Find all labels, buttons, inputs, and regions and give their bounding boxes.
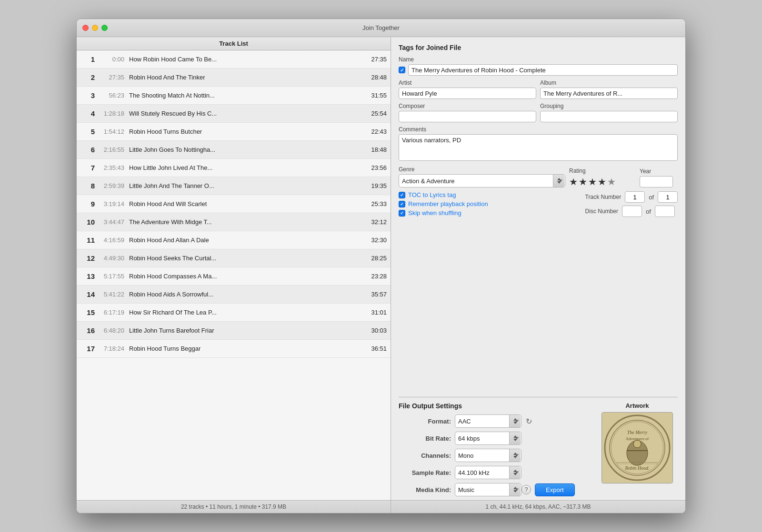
format-select[interactable]: AAC MP3 AIFF [455,414,521,428]
shuffle-checkbox-row[interactable]: Skip when shuffling [399,209,488,217]
track-start-time: 2:35:43 [95,164,129,171]
titlebar: Join Together [77,19,685,37]
album-input[interactable] [540,88,678,99]
bitrate-label: Bit Rate: [399,435,451,442]
track-row[interactable]: 10 3:44:47 The Adventure With Midge T...… [77,213,391,231]
star-1[interactable]: ★ [569,176,578,187]
year-group: Year [640,168,678,187]
track-start-time: 5:17:55 [95,273,129,280]
track-duration: 30:03 [364,327,387,334]
track-row[interactable]: 5 1:54:12 Robin Hood Turns Butcher 22:43 [77,123,391,141]
channels-select[interactable]: Mono Stereo [455,449,521,462]
artist-input[interactable] [399,88,536,99]
help-button[interactable]: ? [521,485,531,494]
track-row[interactable]: 13 5:17:55 Robin Hood Compasses A Ma... … [77,267,391,286]
close-button[interactable] [82,25,89,31]
track-title: Robin Hood And The Tinker [129,74,364,81]
media-kind-select[interactable]: Music Audiobook Podcast [455,483,521,496]
track-title: Robin Hood Turns Butcher [129,128,364,135]
bitrate-select[interactable]: 64 kbps 128 kbps 192 kbps 256 kbps [455,432,521,445]
track-row[interactable]: 7 2:35:43 How Little John Lived At The..… [77,159,391,177]
divider [399,397,678,397]
track-title: The Shooting Match At Nottin... [129,92,364,99]
track-row[interactable]: 12 4:49:30 Robin Hood Seeks The Curtal..… [77,249,391,267]
export-button[interactable]: Export [535,483,575,496]
bitrate-select-wrap: 64 kbps 128 kbps 192 kbps 256 kbps [455,432,521,445]
tags-section: Tags for Joined File Name Artist [399,44,678,392]
track-row[interactable]: 1 0:00 How Robin Hood Came To Be... 27:3… [77,50,391,69]
genre-select-wrap: Action & Adventure Fiction Children's St… [399,174,565,187]
checks-track-row: TOC to Lyrics tag Remember playback posi… [399,191,678,220]
track-duration: 18:48 [364,146,387,153]
track-title: How Sir Richard Of The Lea P... [129,309,364,316]
star-3[interactable]: ★ [588,176,597,187]
toc-checkbox[interactable] [399,192,405,198]
track-row[interactable]: 6 2:16:55 Little John Goes To Nottingha.… [77,141,391,159]
playback-checkbox-row[interactable]: Remember playback position [399,200,488,207]
track-row[interactable]: 11 4:16:59 Robin Hood And Allan A Dale 3… [77,231,391,249]
media-kind-select-wrap: Music Audiobook Podcast [455,483,521,496]
name-input[interactable] [408,64,678,76]
track-row[interactable]: 14 5:41:22 Robin Hood Aids A Sorrowful..… [77,286,391,304]
star-2[interactable]: ★ [579,176,587,187]
track-row[interactable]: 17 7:18:24 Robin Hood Turns Beggar 36:51 [77,340,391,358]
track-number: 8 [80,182,95,190]
playback-checkbox[interactable] [399,201,405,207]
track-duration: 25:33 [364,200,387,207]
genre-label: Genre [399,166,565,173]
disc-number-input[interactable] [622,206,642,217]
main-window: Join Together Track List 1 0:00 How Robi… [76,19,686,513]
sample-rate-select[interactable]: 44.100 kHz 22.050 kHz 48 kHz [455,466,521,479]
genre-rating-year-row: Genre Action & Adventure Fiction Childre… [399,166,678,187]
bitrate-row: Bit Rate: 64 kbps 128 kbps 192 kbps 256 … [399,432,589,445]
track-number: 15 [80,308,95,316]
track-row[interactable]: 9 3:19:14 Robin Hood And Will Scarlet 25… [77,195,391,213]
media-kind-row: Media Kind: Music Audiobook Podcast [399,483,589,496]
file-output-title: File Output Settings [399,402,589,410]
genre-select[interactable]: Action & Adventure Fiction Children's St… [399,174,565,187]
minimize-button[interactable] [92,25,98,31]
track-start-time: 1:54:12 [95,128,129,135]
track-title: Robin Hood Aids A Sorrowful... [129,291,364,298]
track-of-input[interactable] [658,191,678,203]
track-number: 7 [80,164,95,172]
track-number: 2 [80,73,95,81]
toc-checkbox-row[interactable]: TOC to Lyrics tag [399,191,488,198]
track-row[interactable]: 15 6:17:19 How Sir Richard Of The Lea P.… [77,304,391,322]
year-input[interactable] [640,176,673,187]
track-row[interactable]: 8 2:59:39 Little John And The Tanner O..… [77,177,391,195]
sample-rate-label: Sample Rate: [399,469,451,476]
comments-input[interactable]: Various narrators, PD [399,134,678,161]
track-number-row: Track Number of [585,191,678,203]
shuffle-label: Skip when shuffling [408,209,461,217]
maximize-button[interactable] [101,25,108,31]
track-start-time: 4:16:59 [95,236,129,244]
track-row[interactable]: 4 1:28:18 Will Stutely Rescued By His C.… [77,105,391,123]
composer-input[interactable] [399,111,536,122]
track-row[interactable]: 3 56:23 The Shooting Match At Nottin... … [77,87,391,105]
track-number-input[interactable] [625,191,645,203]
album-label: Album [540,79,678,86]
traffic-lights [82,25,108,31]
grouping-input[interactable] [540,111,678,122]
track-row[interactable]: 16 6:48:20 Little John Turns Barefoot Fr… [77,322,391,340]
star-rating[interactable]: ★ ★ ★ ★ ★ [569,176,636,187]
disc-of-input[interactable] [655,206,675,217]
shuffle-checkbox[interactable] [399,210,405,217]
artwork-image[interactable]: The Merry Adventures of Robin Hood. [602,412,673,483]
track-duration: 23:28 [364,273,387,280]
playback-label: Remember playback position [408,200,488,207]
star-4[interactable]: ★ [598,176,606,187]
comments-label: Comments [399,126,678,133]
track-title: Little John Turns Barefoot Friar [129,327,364,334]
track-duration: 31:55 [364,92,387,99]
track-row[interactable]: 2 27:35 Robin Hood And The Tinker 28:48 [77,69,391,87]
name-checkbox[interactable] [399,67,405,73]
year-label: Year [640,168,678,175]
star-5[interactable]: ★ [607,176,616,187]
track-list-scroll[interactable]: 1 0:00 How Robin Hood Came To Be... 27:3… [77,50,391,500]
window-title: Join Together [362,24,400,31]
refresh-icon[interactable]: ↻ [523,416,534,426]
composer-label: Composer [399,103,536,109]
comments-row: Comments Various narrators, PD [399,126,678,162]
